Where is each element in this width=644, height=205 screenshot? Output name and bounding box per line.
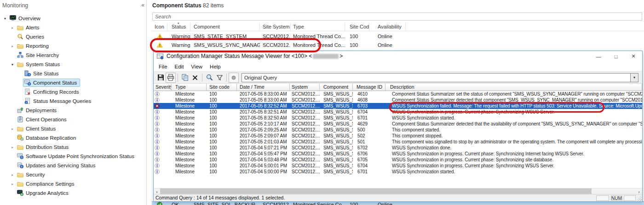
message-row[interactable]: Milestone1002017-05-05 8:33:00 AMSCCM201… — [154, 91, 642, 97]
sidebar-item-upgrade-analytics[interactable]: Upgrade Analytics — [0, 188, 146, 198]
sidebar-item-alerts[interactable]: ▸Alerts — [0, 23, 146, 32]
viewer-statusbar: Command Query : 14 of 14 messages displa… — [154, 194, 642, 201]
minimize-button[interactable]: — — [590, 51, 607, 62]
message-row[interactable]: Milestone1002017-05-04 5:00:01 PMSCCM201… — [154, 163, 642, 169]
message-row[interactable]: Milestone1002017-05-05 2:09:07 AMSCCM201… — [154, 133, 642, 139]
cell-site_code: 100 — [345, 34, 369, 39]
cell-status: OK — [167, 202, 190, 205]
stop-button[interactable] — [229, 73, 239, 83]
message-row[interactable]: Milestone1002017-05-04 5:03:48 PMSCCM201… — [154, 157, 642, 163]
sidebar-item-site-status[interactable]: Site Status — [0, 69, 146, 78]
num-lock-indicator: NUM — [611, 195, 622, 201]
cell-system: SCCM2012.... — [290, 91, 320, 97]
collapsed-expander-icon[interactable]: ▸ — [9, 173, 16, 177]
cell-type: Milestone — [172, 157, 207, 163]
column-header-availability[interactable]: Availability — [369, 23, 406, 31]
column-header-icon[interactable]: Icon — [152, 23, 167, 31]
collapsed-expander-icon[interactable]: ▸ — [9, 182, 16, 186]
column-header-type[interactable]: Type — [291, 23, 345, 31]
filter-button[interactable] — [214, 73, 224, 83]
message-row[interactable]: Milestone1002017-05-05 8:32:51 AMSCCM201… — [154, 109, 642, 115]
sidebar-item-software-update-point-synchronization-status[interactable]: Software Update Point Synchronization St… — [0, 152, 146, 161]
save-button[interactable] — [155, 73, 166, 83]
collapse-pane-icon[interactable]: « — [141, 2, 144, 8]
sidebar-item-security[interactable]: ▸Security — [0, 170, 146, 179]
component-row-sms-state-system[interactable]: WarningSMS_STATE_SYSTEMSCCM2012...Monito… — [152, 32, 644, 40]
sidebar-item-entry: Database Replication — [16, 134, 79, 142]
statusbar-text: Command Query : 14 of 14 messages displa… — [155, 195, 285, 200]
column-header-severity[interactable]: Severity — [154, 84, 172, 91]
message-row[interactable]: Milestone1002017-05-05 2:09:25 AMSCCM201… — [154, 127, 642, 133]
expanded-expander-icon[interactable]: ▾ — [9, 63, 16, 67]
message-row[interactable]: Milestone1002017-05-04 5:00:00 PMSCCM201… — [154, 169, 642, 175]
sidebar-item-system-status[interactable]: ▾System Status — [0, 60, 146, 69]
column-header-site-code[interactable]: Site code — [207, 84, 237, 91]
resize-grip[interactable] — [636, 195, 642, 201]
cell-site_system: SCCM2012... — [260, 202, 291, 205]
sidebar-item-queries[interactable]: Queries — [0, 32, 146, 41]
print-button[interactable] — [166, 73, 176, 83]
column-header-component[interactable]: Component — [320, 84, 353, 91]
horizontal-scrollbar[interactable]: ‹ › — [154, 188, 642, 194]
cell-description: Component Status Summarizer detected tha… — [385, 97, 642, 103]
sidebar-item-distribution-status[interactable]: ▸Distribution Status — [0, 142, 146, 152]
sidebar-item-status-message-queries[interactable]: Status Message Queries — [0, 97, 146, 106]
message-row[interactable]: Milestone1002017-05-04 5:05:47 PMSCCM201… — [154, 151, 642, 157]
message-row[interactable]: Milestone1002017-05-05 8:33:00 AMSCCM201… — [154, 97, 642, 103]
column-header-system[interactable]: System — [290, 84, 320, 91]
sidebar-item-label: Site Status — [33, 71, 59, 76]
query-combobox[interactable]: Original Query▼ — [242, 73, 638, 82]
column-header-component[interactable]: Component — [190, 23, 260, 31]
collapsed-expander-icon[interactable]: ▸ — [9, 44, 16, 48]
severity-info-icon — [154, 127, 172, 133]
menu-view[interactable]: View — [187, 63, 206, 70]
cell-datetime: 2017-05-05 8:32:51 AM — [237, 109, 290, 115]
collapsed-expander-icon[interactable]: ▸ — [9, 145, 16, 149]
sidebar-item-database-replication[interactable]: Database Replication — [0, 133, 146, 142]
component-row-sms-site-sql-backup[interactable]: OKSMS_SITE_SQL_BACKUPSCCM2012...Monitore… — [152, 201, 644, 205]
sidebar-item-updates-and-servicing-status[interactable]: Updates and Servicing Status — [0, 161, 146, 170]
detail-button[interactable] — [204, 73, 214, 83]
search-input[interactable] — [152, 12, 642, 21]
chevron-down-icon[interactable]: ▼ — [630, 74, 638, 82]
sidebar-item-client-operations[interactable]: Client Operations — [0, 115, 146, 124]
close-button[interactable]: ✕ — [625, 51, 642, 62]
column-header-site-system[interactable]: Site System — [260, 23, 291, 31]
collapsed-expander-icon[interactable]: ▸ — [9, 26, 16, 30]
sidebar-item-component-status[interactable]: Component Status — [0, 78, 146, 87]
column-header-description[interactable]: Description — [385, 84, 642, 91]
sidebar-item-conflicting-records[interactable]: Conflicting Records — [0, 87, 146, 97]
column-header-date-time[interactable]: Date / Time — [237, 84, 290, 91]
message-row-selected[interactable]: Milestone1002017-05-05 8:32:52 AMSCCM201… — [154, 103, 642, 109]
sidebar-item-reporting[interactable]: ▸Reporting — [0, 41, 146, 51]
message-row[interactable]: Milestone1002017-05-05 2:01:03 AMSCCM201… — [154, 139, 642, 145]
sidebar-item-site-hierarchy[interactable]: Site Hierarchy — [0, 51, 146, 60]
copy-button[interactable] — [180, 73, 190, 83]
column-header-site-code[interactable]: Site Code — [345, 23, 369, 31]
menu-edit[interactable]: Edit — [171, 63, 188, 70]
menu-help[interactable]: Help — [206, 63, 224, 70]
expanded-expander-icon[interactable]: ▾ — [2, 17, 8, 21]
delete-button[interactable] — [190, 73, 200, 83]
cell-system: SCCM2012.... — [290, 127, 320, 133]
column-header-message-id[interactable]: Message ID — [353, 84, 385, 91]
collapsed-expander-icon[interactable]: ▸ — [9, 127, 16, 131]
sidebar-item-label: Status Message Queries — [33, 98, 91, 104]
maximize-button[interactable]: □ — [607, 51, 625, 62]
column-header-type[interactable]: Type — [172, 84, 207, 91]
cell-site_code: 100 — [207, 121, 237, 127]
cell-description: WSUS Synchronization in progress. Curren… — [385, 151, 642, 157]
sidebar-item-overview[interactable]: ▾Overview — [0, 14, 146, 23]
menu-file[interactable]: File — [155, 63, 171, 70]
message-row[interactable]: Milestone1002017-05-05 8:32:50 AMSCCM201… — [154, 115, 642, 121]
message-row[interactable]: Milestone1002017-05-04 5:07:21 PMSCCM201… — [154, 145, 642, 151]
cell-component: SMS_WSUS_S... — [320, 145, 353, 151]
sidebar-item-compliance-settings[interactable]: ▸Compliance Settings — [0, 179, 146, 188]
component-row-sms-wsus-sync-manager[interactable]: WarningSMS_WSUS_SYNC_MANAGERSCCM2012...M… — [152, 40, 644, 49]
viewer-titlebar[interactable]: Configuration Manager Status Message Vie… — [154, 51, 642, 62]
sidebar-item-client-status[interactable]: ▸Client Status — [0, 124, 146, 133]
sidebar-item-deployments[interactable]: Deployments — [0, 106, 146, 115]
cell-site_code: 100 — [207, 103, 237, 109]
message-row[interactable]: Milestone1002017-05-05 2:10:17 AMSCCM201… — [154, 121, 642, 127]
severity-info-icon — [154, 163, 172, 169]
